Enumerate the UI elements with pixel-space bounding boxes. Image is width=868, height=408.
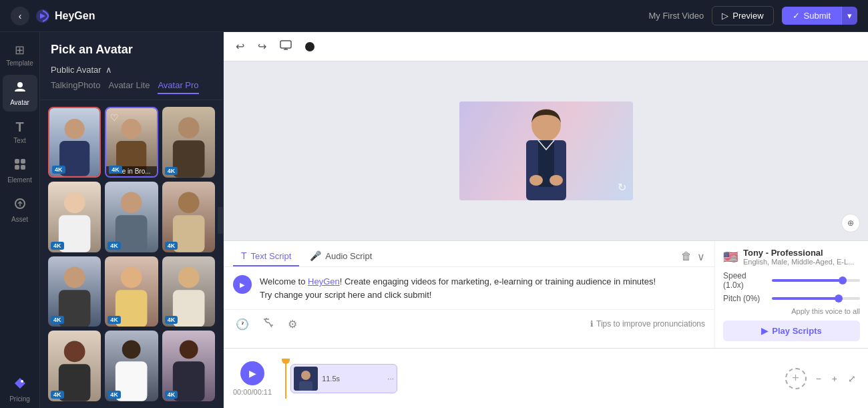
refresh-icon: ↻ [618,181,626,194]
timeline-zoom-out-button[interactable]: − [813,371,824,387]
script-collapse-button[interactable]: ∨ [697,250,705,263]
svg-point-28 [122,341,141,359]
minus-icon: − [816,373,821,384]
script-text-area[interactable]: Welcome to HeyGen! Create engaging video… [260,275,705,301]
apply-voice-link[interactable]: Apply this voice to all [723,307,860,315]
avatar-card[interactable]: 4K [48,331,101,401]
sidebar: ⊞ Template Avatar T Text [0,32,40,408]
avatar-icon [13,80,27,97]
script-play-button[interactable]: ▶ [233,275,252,294]
asset-icon [13,197,27,214]
svg-point-7 [21,380,23,383]
voice-speed-setting: Speed (1.0x) [723,271,860,290]
badge-4k: 4K [51,242,64,250]
canvas-toolbar: ↩ ↪ [224,32,868,61]
avatar-card[interactable]: 4K [48,256,101,327]
undo-icon: ↩ [236,40,244,53]
svg-point-38 [550,175,563,186]
avatar-card[interactable]: 4K [162,182,215,252]
badge-4k: 4K [165,167,178,175]
timeline-play-button[interactable]: ▶ [240,361,264,385]
tab-talking-photo[interactable]: TalkingPhoto [51,80,100,94]
pitch-slider[interactable] [772,297,860,300]
shape-icon [305,42,314,51]
badge-4k: 4K [51,391,64,399]
main-area: ⊞ Template Avatar T Text [0,32,868,408]
avatar-card[interactable]: 4K [162,107,215,178]
speed-thumb[interactable] [839,276,847,284]
timeline-track: 1 11.5s ··· [278,359,779,399]
avatar-panel-title: Pick an Avatar [40,32,223,62]
sidebar-item-pricing[interactable]: Pricing [3,371,37,408]
element-icon [13,158,27,174]
check-icon: ✓ [793,11,800,21]
svg-point-22 [121,266,142,288]
svg-point-18 [178,192,199,213]
segment-options-button[interactable]: ··· [387,374,394,383]
tab-audio-script[interactable]: 🎤 Audio Script [302,246,380,266]
pitch-thumb[interactable] [835,294,843,302]
sidebar-item-asset[interactable]: Asset [3,192,37,228]
script-and-voice-panel: T Text Script 🎤 Audio Script 🗑 ∨ [224,240,868,348]
panel-collapse-handle[interactable]: › [218,207,224,234]
preview-button[interactable]: ▷ Preview [712,6,773,25]
sidebar-item-element[interactable]: Element [3,152,37,189]
heart-icon: ♡ [110,112,119,123]
timeline-scrubber[interactable] [285,359,286,399]
tab-avatar-lite[interactable]: Avatar Lite [108,80,150,94]
sidebar-item-avatar[interactable]: Avatar [3,75,37,112]
avatar-card[interactable]: 4K [105,182,158,252]
avatar-card[interactable]: 4K [162,331,215,401]
play-scripts-button[interactable]: ▶ Play Scripts [723,321,860,341]
submit-dropdown-button[interactable]: ▾ [841,7,857,25]
chevron-down-icon: ∨ [697,251,705,262]
avatar-card[interactable]: ♡ Blake in Bro... 4K [105,107,158,178]
timeline-zoom-in-button[interactable]: + [829,371,840,387]
redo-button[interactable]: ↪ [255,37,269,55]
tab-text-script[interactable]: T Text Script [233,246,299,266]
avatar-panel: Pick an Avatar Public Avatar ∧ TalkingPh… [40,32,224,408]
timeline-segment[interactable]: 1 11.5s ··· [290,364,397,393]
public-avatar-toggle[interactable]: Public Avatar ∧ [40,62,223,80]
speed-slider[interactable] [772,279,860,282]
timeline-expand-button[interactable]: ⤢ [845,371,859,387]
timeline-right-tools: − + ⤢ [813,371,859,387]
tips-link[interactable]: ℹ Tips to improve pronunciations [590,319,705,329]
plus-small-icon: + [832,373,837,384]
svg-point-8 [65,119,85,139]
avatar-card[interactable]: 4K [162,256,215,327]
submit-button[interactable]: ✓ Submit [782,7,841,25]
play-icon: ▷ [722,11,728,21]
video-preview: ↻ [459,101,633,200]
svg-rect-41 [299,381,312,391]
history-button[interactable]: 🕐 [233,315,252,333]
avatar-card[interactable]: 4K [48,107,101,178]
svg-point-12 [178,118,199,139]
play-scripts-icon: ▶ [761,326,768,336]
template-icon: ⊞ [15,43,25,57]
badge-4k: 4K [107,391,121,399]
settings-button[interactable]: ⚙ [285,315,300,333]
badge-4k: 4K [109,166,122,174]
info-icon: ℹ [590,319,594,329]
undo-button[interactable]: ↩ [233,37,247,55]
circle-button[interactable] [302,39,317,54]
avatar-card[interactable]: 4K [105,256,158,327]
translate-button[interactable] [260,314,277,334]
avatar-card[interactable]: 4K [48,182,101,252]
monitor-button[interactable] [277,37,294,56]
add-scene-button[interactable]: + [785,368,807,389]
audio-script-icon: 🎤 [310,250,321,261]
delete-script-button[interactable]: 🗑 [681,250,692,262]
script-content: ▶ Welcome to HeyGen! Create engaging vid… [224,267,714,309]
voice-panel: 🇺🇸 Tony - Professional English, Male, Mi… [714,241,868,348]
sidebar-item-template[interactable]: ⊞ Template [3,37,37,72]
tab-avatar-pro[interactable]: Avatar Pro [158,80,198,94]
zoom-button[interactable]: ⊕ [841,214,860,232]
avatar-card[interactable]: 4K [105,331,158,401]
sidebar-item-text[interactable]: T Text [3,114,37,150]
heygen-link[interactable]: HeyGen [308,276,340,286]
voice-selector[interactable]: 🇺🇸 Tony - Professional English, Male, Mi… [723,248,860,266]
redo-icon: ↪ [258,40,266,53]
back-button[interactable]: ‹ [11,7,29,25]
